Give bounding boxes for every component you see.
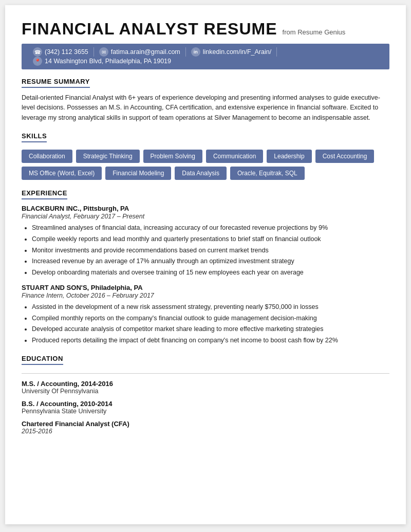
skill-badge: Data Analysis <box>175 167 227 180</box>
contact-address: 📍 14 Washington Blvd, Philadelphia, PA 1… <box>28 57 176 66</box>
skills-section: SKILLS CollaborationStrategic ThinkingPr… <box>22 131 389 180</box>
resume-main-title: FINANCIAL ANALYST RESUME <box>22 20 277 39</box>
resume-container: FINANCIAL ANALYST RESUME from Resume Gen… <box>5 5 406 524</box>
skill-badge: Oracle, Equitrak, SQL <box>230 167 305 180</box>
linkedin-icon: in <box>191 47 200 57</box>
summary-text: Detail-oriented Financial Analyst with 6… <box>22 93 389 123</box>
edu-school-1: Pennsylvania State University <box>22 408 389 415</box>
address-icon: 📍 <box>33 57 42 66</box>
from-label: from Resume Genius <box>283 28 346 36</box>
edu-school-0: University Of Pennsylvania <box>22 388 389 395</box>
summary-section-title: RESUME SUMMARY <box>22 78 90 88</box>
cert-title: Chartered Financial Analyst (CFA) <box>22 420 389 428</box>
phone-icon: ☎ <box>33 47 42 57</box>
edu-degree-1: B.S. / Accounting, 2010-2014 <box>22 400 389 408</box>
skill-badge: Financial Modeling <box>105 167 171 180</box>
bullet-item: Developed accurate analysis of competito… <box>32 324 389 334</box>
exp-bullets-0: Streamlined analyses of financial data, … <box>32 223 389 278</box>
jobs-container: BLACKBURN INC., Pittsburgh, PAFinancial … <box>22 205 389 345</box>
resume-summary-section: RESUME SUMMARY Detail-oriented Financial… <box>22 77 389 123</box>
exp-bullets-1: Assisted in the development of a new ris… <box>32 302 389 345</box>
edu-entries-container: M.S. / Accounting, 2014-2016University O… <box>22 380 389 415</box>
bullet-item: Assisted in the development of a new ris… <box>32 302 389 312</box>
contact-bar: ☎ (342) 112 3655 ✉ fatima.arain@gmail.co… <box>22 44 389 69</box>
header-title-row: FINANCIAL ANALYST RESUME from Resume Gen… <box>22 20 389 39</box>
bullet-item: Compile weekly reports and lead monthly … <box>32 234 389 244</box>
skill-badge: Problem Solving <box>143 150 202 163</box>
edu-entry-1: B.S. / Accounting, 2010-2014Pennsylvania… <box>22 400 389 415</box>
experience-section: EXPERIENCE BLACKBURN INC., Pittsburgh, P… <box>22 188 389 345</box>
bullet-item: Increased revenue by an average of 17% a… <box>32 256 389 266</box>
skill-badge: Collaboration <box>22 150 72 163</box>
bullet-item: Develop onboarding materials and oversee… <box>32 268 389 278</box>
linkedin-text: linkedin.com/in/F_Arain/ <box>203 48 271 56</box>
skill-badge: Cost Accounting <box>315 150 375 163</box>
bullet-item: Streamlined analyses of financial data, … <box>32 223 389 233</box>
bullet-item: Compiled monthly reports on the company'… <box>32 314 389 323</box>
edu-degree-0: M.S. / Accounting, 2014-2016 <box>22 380 389 388</box>
exp-role-1: Finance Intern, October 2016 – February … <box>22 292 389 299</box>
experience-section-title: EXPERIENCE <box>22 189 67 199</box>
address-text: 14 Washington Blvd, Philadelphia, PA 190… <box>45 58 171 65</box>
skill-badge: Leadership <box>267 150 311 163</box>
certification-entry: Chartered Financial Analyst (CFA) 2015-2… <box>22 420 389 435</box>
bullet-item: Produced reports detailing the impact of… <box>32 336 389 345</box>
phone-text: (342) 112 3655 <box>45 48 88 56</box>
exp-company-1: STUART AND SON'S, Philadelphia, PA <box>22 284 389 291</box>
cert-years: 2015-2016 <box>22 428 389 435</box>
email-icon: ✉ <box>99 47 108 57</box>
contact-email: ✉ fatima.arain@gmail.com <box>94 47 186 57</box>
edu-entry-0: M.S. / Accounting, 2014-2016University O… <box>22 380 389 395</box>
skills-grid: CollaborationStrategic ThinkingProblem S… <box>22 150 389 180</box>
exp-company-0: BLACKBURN INC., Pittsburgh, PA <box>22 205 389 212</box>
exp-role-0: Financial Analyst, February 2017 – Prese… <box>22 213 389 220</box>
contact-linkedin: in linkedin.com/in/F_Arain/ <box>186 47 277 57</box>
contact-phone: ☎ (342) 112 3655 <box>28 47 94 57</box>
skill-badge: Strategic Thinking <box>76 150 140 163</box>
skill-badge: Communication <box>206 150 263 163</box>
education-section: EDUCATION M.S. / Accounting, 2014-2016Un… <box>22 354 389 435</box>
education-section-title: EDUCATION <box>22 355 63 365</box>
skill-badge: MS Office (Word, Excel) <box>22 167 102 180</box>
bullet-item: Monitor investments and provide recommen… <box>32 246 389 255</box>
education-divider <box>22 373 389 374</box>
email-text: fatima.arain@gmail.com <box>111 48 180 56</box>
skills-section-title: SKILLS <box>22 132 47 142</box>
